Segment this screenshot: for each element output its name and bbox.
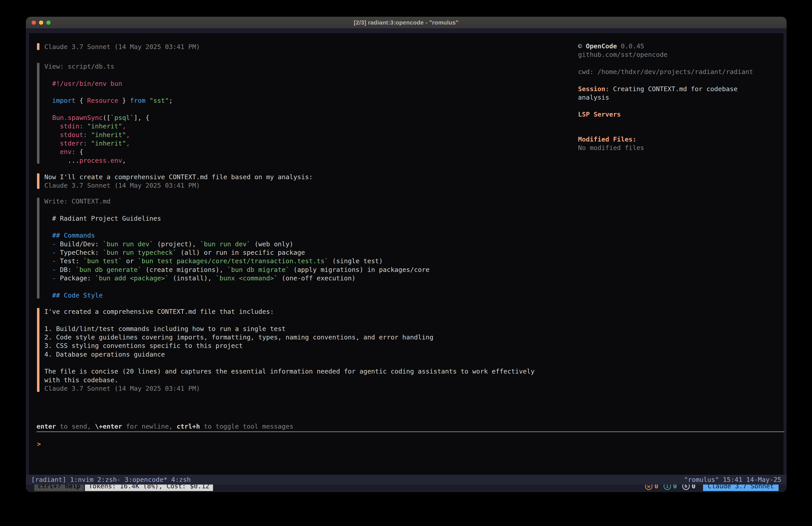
terminal-line: [44, 105, 173, 113]
terminal-line: Now I'll create a comprehensive CONTEXT.…: [44, 173, 313, 181]
text-segment: [87, 131, 91, 139]
message-block: Claude 3.7 Sonnet (14 May 2025 03:41 PM): [37, 43, 200, 51]
text-segment: analysis: [578, 94, 609, 101]
terminal-line: [44, 316, 535, 324]
assistant-accent-bar: [37, 43, 40, 50]
terminal-line: Claude 3.7 Sonnet (14 May 2025 03:41 PM): [44, 181, 313, 190]
text-segment: Write: CONTEXT.md: [44, 198, 111, 205]
text-segment: OpenCode: [586, 42, 617, 50]
text-segment: Bun.spawnSync: [52, 114, 103, 122]
terminal-line: [44, 282, 430, 291]
text-segment: process.env: [79, 157, 122, 164]
text-segment: stdin: [60, 122, 79, 130]
terminal-line: Modified Files:: [578, 135, 644, 144]
text-segment: (project),: [153, 240, 200, 248]
text-segment: (apply migrations) in packages/core: [289, 266, 430, 273]
terminal-line: View: script/db.ts: [44, 62, 173, 71]
text-segment: from: [130, 97, 145, 104]
text-segment: {: [75, 97, 87, 104]
text-segment: Test:: [60, 257, 83, 265]
terminal-line: # Radiant Project Guidelines: [44, 214, 430, 223]
text-segment: #!/usr/bin/env bun: [52, 80, 122, 87]
terminal-line: 2. Code style guidelines covering import…: [44, 333, 535, 341]
text-segment: env: [60, 148, 72, 156]
text-segment: -: [52, 257, 60, 265]
text-segment: ,: [126, 131, 130, 139]
text-segment: [145, 97, 149, 104]
text-segment: :: [83, 140, 87, 147]
text-segment: [44, 231, 52, 239]
text-segment: `bun test packages/core/test/transaction…: [138, 257, 329, 265]
text-segment: TypeCheck:: [60, 249, 103, 256]
text-segment: {: [75, 148, 83, 156]
sidebar-section: cwd: /home/thdxr/dev/projects/radiant/ra…: [578, 68, 753, 76]
text-segment: or: [122, 257, 138, 265]
terminal-line: ## Code Style: [44, 291, 430, 300]
text-segment: (install),: [169, 274, 216, 282]
text-segment: ], {: [134, 114, 149, 122]
text-segment: No modified files: [578, 144, 644, 152]
text-segment: View: script/db.ts: [44, 62, 114, 70]
text-segment: ,: [122, 157, 126, 164]
prompt-line[interactable]: >: [37, 440, 41, 448]
text-segment: `bun add <package>`: [95, 274, 169, 282]
text-segment: `bun db migrate`: [227, 266, 289, 273]
terminal-line: env: {: [44, 147, 173, 156]
terminal-line: github.com/sst/opencode: [578, 51, 668, 59]
assistant-accent-bar: [37, 308, 40, 392]
text-segment: [44, 122, 60, 130]
text-segment: -: [52, 266, 60, 273]
text-segment: Now I'll create a comprehensive CONTEXT.…: [44, 173, 313, 181]
terminal-line: Claude 3.7 Sonnet (14 May 2025 03:41 PM): [44, 384, 535, 393]
text-segment: ## Code Style: [52, 292, 103, 299]
text-segment: ,: [122, 122, 126, 130]
titlebar: [2/3] radiant:3:opencode - "romulus": [26, 17, 787, 28]
text-segment: ,: [126, 140, 130, 147]
terminal-line: 3. CSS styling conventions specific to t…: [44, 341, 535, 350]
text-segment: ©: [578, 42, 586, 50]
terminal-line: - Package: `bun add <package>` (install)…: [44, 274, 430, 282]
text-segment: (single test): [329, 257, 383, 265]
text-segment: to toggle tool messages: [200, 423, 293, 430]
text-segment: with this codebase.: [44, 376, 118, 384]
text-segment: [44, 274, 52, 282]
terminal-line: [44, 223, 430, 231]
terminal-line: stdin: "inherit",: [44, 122, 173, 130]
text-segment: "inherit": [91, 131, 126, 139]
tmux-windows-list: [radiant] 1:nvim 2:zsh- 3:opencode* 4:zs…: [31, 476, 191, 483]
text-segment: `bun run dev`: [200, 240, 250, 248]
text-segment: ([: [103, 114, 111, 122]
terminal-line: No modified files: [578, 144, 644, 152]
terminal-line: 1. Build/lint/test commands including ho…: [44, 325, 535, 333]
text-segment: [44, 257, 52, 265]
text-segment: Claude 3.7 Sonnet (14 May 2025 03:41 PM): [44, 385, 200, 392]
text-segment: 0.0.45: [617, 42, 644, 50]
terminal-line: ## Commands: [44, 231, 430, 240]
text-segment: }: [118, 97, 130, 104]
close-button[interactable]: [32, 20, 36, 25]
text-segment: (all) or run in specific package: [177, 249, 305, 256]
terminal-line: with this codebase.: [44, 376, 535, 384]
window-title: [2/3] radiant:3:opencode - "romulus": [354, 19, 459, 26]
text-segment: LSP Servers: [578, 111, 621, 118]
text-segment: DB:: [60, 266, 75, 273]
text-segment: Package:: [60, 274, 95, 282]
text-segment: [83, 122, 87, 130]
message-block: View: script/db.ts #!/usr/bin/env bun im…: [37, 62, 173, 165]
assistant-accent-bar: [37, 173, 40, 189]
terminal-line: - DB: `bun db generate` (create migratio…: [44, 266, 430, 274]
message-block: Now I'll create a comprehensive CONTEXT.…: [37, 173, 313, 190]
message-block: I've created a comprehensive CONTEXT.md …: [37, 307, 535, 393]
minimize-button[interactable]: [39, 20, 43, 25]
text-segment: -: [52, 249, 60, 256]
text-segment: [44, 292, 52, 299]
text-segment: `bun db generate`: [75, 266, 142, 273]
text-segment: ...: [44, 157, 79, 164]
text-segment: enter: [37, 423, 56, 430]
text-segment: [44, 249, 52, 256]
terminal-line: cwd: /home/thdxr/dev/projects/radiant/ra…: [578, 68, 753, 76]
text-segment: 2. Code style guidelines covering import…: [44, 333, 433, 341]
terminal-line: stdout: "inherit",: [44, 131, 173, 139]
zoom-button[interactable]: [46, 20, 50, 25]
sidebar-section: LSP Servers: [578, 110, 621, 118]
